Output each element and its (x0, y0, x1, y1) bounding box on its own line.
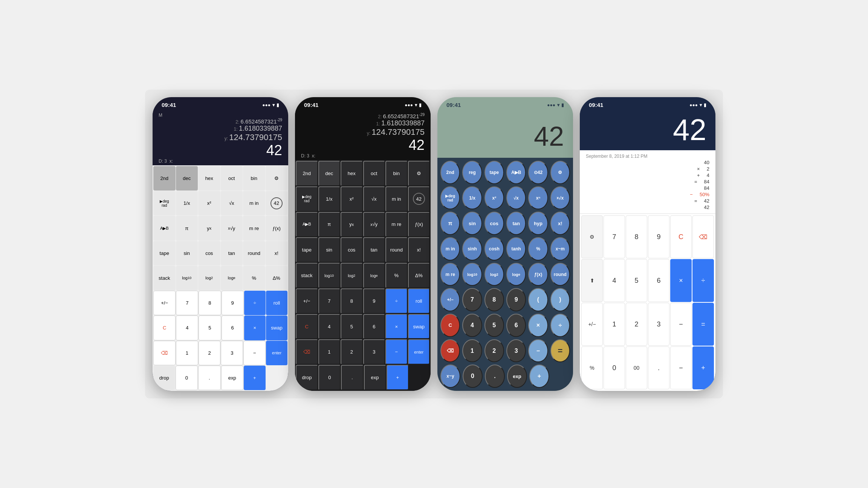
key-sqrt-3[interactable]: √x (506, 186, 526, 210)
key-min-1[interactable]: m in (243, 191, 265, 215)
key-7-2[interactable]: 7 (318, 288, 341, 314)
key-percent-4[interactable]: % (581, 346, 603, 389)
key-bin-1[interactable]: bin (243, 166, 265, 191)
key-equals-4[interactable]: = (692, 303, 714, 346)
key-c-1[interactable]: C (153, 316, 176, 340)
key-roll-1[interactable]: roll (266, 291, 287, 315)
key-8-4[interactable]: 8 (626, 215, 647, 258)
key-sub-2[interactable]: − (385, 339, 408, 364)
key-mre-1[interactable]: m re (243, 216, 265, 240)
key-2-1[interactable]: 2 (199, 341, 221, 365)
key-div-3[interactable]: ÷ (550, 314, 570, 337)
key-2-2[interactable]: 2 (341, 339, 363, 364)
key-4-2[interactable]: 4 (318, 314, 341, 339)
key-plusminus-1[interactable]: +/− (153, 291, 176, 315)
key-backspace-2[interactable]: ⌫ (296, 339, 318, 364)
key-exp-3[interactable]: exp (507, 364, 527, 388)
key-6-2[interactable]: 6 (363, 314, 385, 339)
key-inv-3[interactable]: 1/x (462, 186, 482, 210)
key-cos-1[interactable]: cos (198, 241, 220, 265)
key-fact-3[interactable]: x! (550, 212, 570, 235)
key-9-2[interactable]: 9 (363, 288, 385, 314)
key-pi-3[interactable]: π (440, 212, 460, 235)
key-tape-3[interactable]: tape (484, 161, 504, 184)
key-lparen-3[interactable]: ( (528, 288, 548, 311)
key-settings-1[interactable]: ⚙ (266, 166, 288, 191)
key-xm-3[interactable]: x~m (550, 237, 570, 261)
key-mul-1[interactable]: × (244, 316, 266, 340)
key-fx-1[interactable]: ƒ(x) (266, 216, 288, 240)
key-div-1[interactable]: ÷ (244, 291, 266, 315)
key-backspace-3[interactable]: ⌫ (440, 339, 460, 363)
key-42-3[interactable]: ⊙42 (528, 161, 548, 184)
key-6-1[interactable]: 6 (222, 316, 244, 340)
key-atob-3[interactable]: A▶B (506, 161, 526, 184)
key-5-3[interactable]: 5 (484, 314, 504, 337)
key-hex-2[interactable]: hex (341, 161, 363, 186)
key-sinh-3[interactable]: sinh (462, 237, 482, 261)
key-sq-3[interactable]: x² (484, 186, 504, 210)
key-log10-1[interactable]: log10 (176, 266, 198, 290)
key-3-4[interactable]: 3 (648, 303, 669, 346)
key-mul-2[interactable]: × (385, 314, 408, 339)
key-sq-1[interactable]: x² (198, 191, 220, 215)
key-sub-3[interactable]: − (528, 339, 548, 363)
key-mul-4[interactable]: × (670, 259, 692, 302)
key-5-1[interactable]: 5 (199, 316, 221, 340)
key-add-1[interactable]: + (244, 366, 266, 390)
key-stack-2[interactable]: stack (296, 263, 318, 288)
key-inv-1[interactable]: 1/x (176, 191, 198, 215)
key-add-2[interactable]: + (387, 365, 409, 390)
key-mre-2[interactable]: m re (385, 212, 408, 237)
key-log2-3[interactable]: log2 (484, 263, 504, 286)
key-1-2[interactable]: 1 (318, 339, 341, 364)
key-sub2-4[interactable]: − (670, 346, 692, 389)
key-8-2[interactable]: 8 (341, 288, 363, 314)
key-equals-3[interactable]: = (550, 339, 570, 363)
key-6-3[interactable]: 6 (506, 314, 526, 337)
key-1-4[interactable]: 1 (604, 303, 625, 346)
key-00-4[interactable]: 00 (626, 346, 647, 389)
key-42circle-2[interactable]: 42 (408, 186, 430, 212)
key-fact-1[interactable]: x! (266, 241, 288, 265)
key-loge-1[interactable]: loge (221, 266, 243, 290)
key-5-2[interactable]: 5 (341, 314, 363, 339)
key-8-1[interactable]: 8 (199, 291, 221, 315)
key-3-2[interactable]: 3 (363, 339, 385, 364)
key-exp-1[interactable]: exp (221, 366, 244, 390)
key-bin-2[interactable]: bin (385, 161, 408, 186)
key-1-3[interactable]: 1 (462, 339, 482, 363)
key-tape-1[interactable]: tape (153, 241, 176, 265)
key-fx-2[interactable]: ƒ(x) (408, 212, 430, 237)
key-div-4[interactable]: ÷ (692, 259, 714, 302)
key-3-1[interactable]: 3 (221, 341, 243, 365)
key-xy-3[interactable]: x~y (440, 364, 460, 388)
key-oct-1[interactable]: oct (221, 166, 243, 191)
key-settings-3[interactable]: ⚙ (550, 161, 570, 184)
key-xrooty-1[interactable]: x√y (221, 216, 243, 240)
key-log10-2[interactable]: log10 (318, 263, 341, 288)
key-degrad-1[interactable]: ▶degrad (153, 191, 176, 215)
key-2nd-1[interactable]: 2nd (153, 166, 176, 191)
key-hyp-3[interactable]: hyp (528, 212, 548, 235)
key-tan-2[interactable]: tan (363, 237, 385, 262)
key-7-4[interactable]: 7 (604, 215, 625, 258)
key-42circle-1[interactable]: 42 (266, 191, 288, 215)
key-swap-2[interactable]: swap (408, 314, 430, 339)
key-mre-3[interactable]: m re (440, 263, 460, 286)
key-6-4[interactable]: 6 (648, 259, 669, 302)
key-log2-2[interactable]: log2 (341, 263, 363, 288)
key-2nd-2[interactable]: 2nd (296, 161, 318, 186)
key-round-1[interactable]: round (243, 241, 265, 265)
key-2-3[interactable]: 2 (484, 339, 504, 363)
key-add-3[interactable]: + (529, 364, 549, 388)
key-fx-3[interactable]: ƒ(x) (528, 263, 548, 286)
key-tanh-3[interactable]: tanh (506, 237, 526, 261)
key-drop-1[interactable]: drop (153, 366, 175, 390)
key-sqrt-2[interactable]: √x (363, 186, 385, 212)
key-sin-1[interactable]: sin (176, 241, 198, 265)
key-plusminus-3[interactable]: +/− (440, 288, 460, 311)
key-c-2[interactable]: C (296, 314, 318, 339)
key-0-2[interactable]: 0 (318, 365, 341, 390)
key-share-4[interactable]: ⬆ (581, 259, 603, 302)
